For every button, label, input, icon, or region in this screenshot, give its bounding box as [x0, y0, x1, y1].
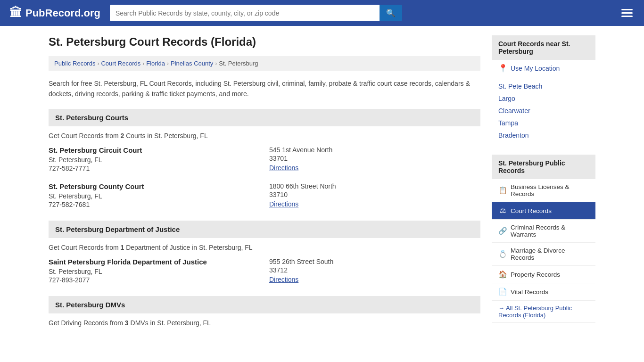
- sidebar-near-header: Court Records near St. Petersburg: [492, 35, 595, 60]
- breadcrumb-court-records[interactable]: Court Records: [101, 60, 140, 67]
- circuit-court-name: St. Petersburg Circuit Court: [49, 146, 260, 154]
- near-list-item: Largo: [492, 92, 595, 105]
- circuit-court-address: 545 1st Avenue North: [269, 146, 480, 154]
- pub-records-business-link[interactable]: 📋 Business Licenses & Records: [492, 179, 595, 202]
- county-court-city: St. Petersburg, FL: [49, 192, 260, 200]
- circuit-court-left: St. Petersburg Circuit Court St. Petersb…: [49, 146, 260, 173]
- breadcrumb-st-petersburg: St. Petersburg: [219, 60, 258, 67]
- pub-records-court-link[interactable]: ⚖ Court Records: [492, 202, 595, 219]
- search-button[interactable]: 🔍: [380, 5, 402, 21]
- page-title: St. Petersburg Court Records (Florida): [49, 35, 480, 49]
- doj-section: St. Petersburg Department of Justice Get…: [49, 221, 480, 285]
- doj-zip: 33712: [269, 266, 480, 274]
- business-icon: 📋: [498, 186, 507, 195]
- use-location-button[interactable]: 📍 Use My Location: [492, 60, 595, 76]
- breadcrumb-pinellas-county[interactable]: Pinellas County: [171, 60, 213, 67]
- court-label: Court Records: [511, 207, 552, 214]
- menu-line-3: [621, 16, 633, 17]
- doj-entry: Saint Petersburg Florida Department of J…: [49, 258, 480, 285]
- breadcrumb-sep-4: ›: [215, 60, 217, 67]
- circuit-court-phone: 727-582-7771: [49, 165, 260, 172]
- logo-text: PubRecord.org: [25, 7, 100, 19]
- use-location-label: Use My Location: [511, 65, 560, 72]
- pub-records-list: 📋 Business Licenses & Records ⚖ Court Re…: [492, 179, 595, 323]
- pub-records-business: 📋 Business Licenses & Records: [492, 179, 595, 202]
- dmvs-count: Get Driving Records from 3 DMVs in St. P…: [49, 319, 480, 327]
- breadcrumb-sep-1: ›: [97, 60, 99, 67]
- doj-directions[interactable]: Directions: [269, 276, 298, 283]
- county-court-left: St. Petersburg County Court St. Petersbu…: [49, 182, 260, 209]
- doj-count: Get Court Records from 1 Department of J…: [49, 244, 480, 251]
- sidebar: Court Records near St. Petersburg 📍 Use …: [492, 35, 595, 338]
- circuit-court-directions[interactable]: Directions: [269, 164, 298, 172]
- county-court-phone: 727-582-7681: [49, 201, 260, 208]
- business-label: Business Licenses & Records: [511, 183, 589, 197]
- doj-name: Saint Petersburg Florida Department of J…: [49, 258, 260, 266]
- pub-records-property-link[interactable]: 🏠 Property Records: [492, 266, 595, 283]
- vital-icon: 📄: [498, 288, 507, 296]
- breadcrumb-public-records[interactable]: Public Records: [54, 60, 95, 67]
- site-header: 🏛 PubRecord.org 🔍: [0, 0, 644, 26]
- county-court-entry: St. Petersburg County Court St. Petersbu…: [49, 182, 480, 209]
- near-largo[interactable]: Largo: [498, 95, 515, 102]
- breadcrumb-florida[interactable]: Florida: [146, 60, 165, 67]
- circuit-court-entry: St. Petersburg Circuit Court St. Petersb…: [49, 146, 480, 173]
- pub-records-all-link[interactable]: → All St. Petersburg Public Records (Flo…: [492, 301, 595, 322]
- doj-section-header: St. Petersburg Department of Justice: [49, 221, 480, 238]
- breadcrumb: Public Records › Court Records › Florida…: [49, 56, 480, 71]
- courts-section-header: St. Petersburg Courts: [49, 109, 480, 126]
- sidebar-pub-records-box: St. Petersburg Public Records 📋 Business…: [492, 155, 595, 323]
- sidebar-near-box: Court Records near St. Petersburg 📍 Use …: [492, 35, 595, 145]
- pub-records-vital-link[interactable]: 📄 Vital Records: [492, 283, 595, 300]
- courts-count: Get Court Records from 2 Courts in St. P…: [49, 132, 480, 140]
- county-court-directions[interactable]: Directions: [269, 200, 298, 208]
- circuit-court-zip: 33701: [269, 155, 480, 162]
- main-content: St. Petersburg Court Records (Florida) P…: [49, 35, 480, 338]
- page-container: St. Petersburg Court Records (Florida) P…: [39, 26, 605, 347]
- pub-records-property: 🏠 Property Records: [492, 266, 595, 283]
- doj-phone: 727-893-2077: [49, 276, 260, 284]
- doj-city: St. Petersburg, FL: [49, 268, 260, 275]
- near-list-item: Tampa: [492, 117, 595, 129]
- criminal-label: Criminal Records & Warrants: [511, 224, 589, 238]
- court-icon: ⚖: [498, 206, 507, 215]
- dmvs-section: St. Petersburg DMVs Get Driving Records …: [49, 296, 480, 327]
- county-court-address: 1800 66th Street North: [269, 182, 480, 190]
- marriage-icon: 💍: [498, 250, 507, 258]
- pub-records-criminal: 🔗 Criminal Records & Warrants: [492, 220, 595, 243]
- breadcrumb-sep-3: ›: [167, 60, 169, 67]
- property-icon: 🏠: [498, 270, 507, 279]
- pub-records-criminal-link[interactable]: 🔗 Criminal Records & Warrants: [492, 220, 595, 242]
- vital-label: Vital Records: [511, 288, 548, 296]
- near-clearwater[interactable]: Clearwater: [498, 107, 530, 115]
- near-st-pete-beach[interactable]: St. Pete Beach: [498, 82, 542, 90]
- circuit-court-city: St. Petersburg, FL: [49, 156, 260, 164]
- menu-button[interactable]: [619, 7, 635, 19]
- near-tampa[interactable]: Tampa: [498, 119, 518, 127]
- marriage-label: Marriage & Divorce Records: [511, 247, 589, 261]
- menu-line-1: [621, 9, 633, 10]
- circuit-court-right: 545 1st Avenue North 33701 Directions: [260, 146, 480, 173]
- doj-right: 955 26th Street South 33712 Directions: [260, 258, 480, 285]
- pub-records-marriage-link[interactable]: 💍 Marriage & Divorce Records: [492, 243, 595, 265]
- pub-records-all: → All St. Petersburg Public Records (Flo…: [492, 301, 595, 323]
- dmvs-section-header: St. Petersburg DMVs: [49, 296, 480, 313]
- pub-records-marriage: 💍 Marriage & Divorce Records: [492, 243, 595, 266]
- criminal-icon: 🔗: [498, 227, 507, 235]
- near-bradenton[interactable]: Bradenton: [498, 132, 529, 139]
- all-records-label: → All St. Petersburg Public Records (Flo…: [498, 304, 589, 319]
- menu-line-2: [621, 12, 633, 14]
- doj-address: 955 26th Street South: [269, 258, 480, 265]
- sidebar-near-list: St. Pete Beach Largo Clearwater Tampa Br…: [492, 76, 595, 145]
- pub-records-court: ⚖ Court Records: [492, 202, 595, 220]
- sidebar-pub-records-header: St. Petersburg Public Records: [492, 155, 595, 179]
- page-description: Search for free St. Petersburg, FL Court…: [49, 78, 480, 99]
- search-input[interactable]: [110, 5, 380, 21]
- pub-records-vital: 📄 Vital Records: [492, 283, 595, 301]
- county-court-right: 1800 66th Street North 33710 Directions: [260, 182, 480, 209]
- near-list-item: Clearwater: [492, 105, 595, 117]
- breadcrumb-sep-2: ›: [142, 60, 144, 67]
- logo-icon: 🏛: [9, 6, 22, 20]
- site-logo[interactable]: 🏛 PubRecord.org: [9, 6, 100, 20]
- county-court-name: St. Petersburg County Court: [49, 182, 260, 190]
